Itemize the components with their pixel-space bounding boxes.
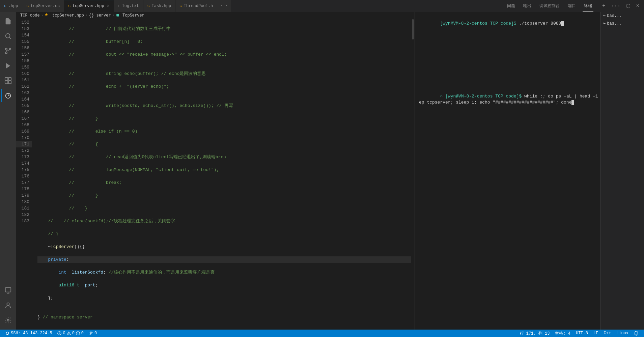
activity-bar — [0, 12, 16, 330]
tab-threadpool-h[interactable]: C ThreadPool.h — [175, 0, 217, 12]
status-language[interactable]: C++ — [601, 331, 614, 336]
extensions-icon[interactable] — [1, 74, 15, 87]
panel-tab-output[interactable]: 输出 — [522, 0, 533, 12]
breadcrumb: TCP_code › tcpServer.hpp › {} server › T… — [16, 12, 415, 19]
tab-tcpserver-cc[interactable]: C tcpServer.cc — [22, 0, 64, 12]
tab-tcpserver-hpp[interactable]: C tcpServer.hpp × — [64, 0, 113, 12]
status-line-col: 行 171, 列 13 — [520, 331, 550, 336]
svg-point-0 — [6, 34, 10, 38]
tab-hpp[interactable]: C .hpp — [0, 0, 22, 12]
line-numbers: 152 153 154 155 156 157 158 159 160 161 … — [16, 19, 35, 330]
editor-scrollbar[interactable] — [411, 19, 415, 330]
account-icon[interactable] — [1, 299, 15, 312]
status-line-ending[interactable]: LF — [591, 331, 601, 336]
tabs-area: C .hpp C tcpServer.cc C tcpServer.hpp × … — [0, 0, 502, 12]
bell-icon — [634, 331, 639, 336]
maximize-panel-btn[interactable]: ⬡ — [624, 2, 633, 10]
svg-rect-8 — [5, 81, 8, 84]
breadcrumb-root: TCP_code — [20, 13, 40, 18]
status-bar: SSH: 43.143.224.5 0 0 0 0 行 171, 列 13 空格… — [0, 330, 644, 337]
panel-tab-terminal[interactable]: 终端 — [583, 0, 593, 12]
tab-task-label: Task.hpp — [152, 4, 171, 8]
svg-line-1 — [9, 37, 11, 39]
terminal-tab-bash-2-label: bas... — [607, 21, 621, 26]
close-panel-btn[interactable]: × — [634, 2, 641, 10]
info-count: 0 — [81, 331, 84, 336]
warning-count: 0 — [72, 331, 75, 336]
status-ssh[interactable]: SSH: 43.143.224.5 — [3, 331, 55, 336]
tab-log-icon: T — [118, 4, 120, 8]
tab-hpp2-icon: C — [68, 4, 71, 8]
main-area: TCP_code › tcpServer.hpp › {} server › T… — [0, 12, 644, 330]
code-editor[interactable]: 152 153 154 155 156 157 158 159 160 161 … — [16, 19, 415, 330]
tab-tp-label: ThreadPool.h — [184, 4, 213, 8]
remote-status-icon — [5, 331, 9, 335]
breadcrumb-file: tcpServer.hpp — [45, 13, 84, 18]
run-debug-icon[interactable] — [1, 59, 15, 73]
source-control-icon[interactable] — [1, 44, 15, 58]
status-platform[interactable]: Linux — [614, 331, 631, 336]
error-icon — [57, 331, 61, 335]
svg-point-23 — [90, 332, 91, 333]
tab-hpp-icon: C — [4, 4, 6, 8]
add-terminal-btn[interactable]: + — [600, 2, 608, 10]
tab-log-txt[interactable]: T log.txt — [114, 0, 143, 12]
error-count: 0 — [63, 331, 65, 336]
more-actions-btn[interactable]: ··· — [609, 2, 623, 10]
svg-point-25 — [91, 332, 92, 333]
terminal-tab-bash-1-label: bas... — [607, 13, 621, 18]
remote-icon[interactable] — [1, 284, 15, 297]
editor-area: TCP_code › tcpServer.hpp › {} server › T… — [16, 12, 415, 330]
status-ssh-label: SSH: 43.143.224.5 — [11, 331, 52, 336]
svg-point-3 — [5, 52, 7, 54]
svg-rect-6 — [5, 78, 8, 80]
status-errors[interactable]: 0 0 0 — [55, 331, 86, 336]
code-content[interactable]: // // 目前迭代到的数组三成子行中 // buffer[n] = 0; //… — [35, 19, 411, 330]
settings-icon[interactable] — [1, 313, 15, 327]
status-notifications[interactable] — [631, 331, 641, 336]
tab-cc-label: tcpServer.cc — [31, 4, 60, 8]
panel-tab-problems[interactable]: 问题 — [506, 0, 516, 12]
tab-hpp2-close[interactable]: × — [107, 4, 109, 8]
tab-tp-icon: C — [179, 4, 182, 8]
panel-tab-ports[interactable]: 端口 — [566, 0, 577, 12]
search-icon[interactable] — [1, 29, 15, 43]
info-icon — [76, 331, 80, 335]
status-encoding-label: UTF-8 — [576, 331, 588, 336]
panel-actions: + ··· ⬡ × — [597, 0, 644, 12]
tab-cc-icon: C — [26, 4, 29, 8]
tab-task-icon: C — [147, 4, 150, 8]
terminal-tab-bash-2[interactable]: ↪ bas... — [600, 20, 644, 27]
panel-tab-bar: 问题 输出 调试控制台 端口 终端 — [502, 0, 597, 12]
terminal-tab-bash-1[interactable]: ↪ bas... — [600, 12, 644, 20]
tabs-more-btn[interactable]: ··· — [217, 0, 230, 12]
svg-point-15 — [7, 319, 9, 321]
breadcrumb-class: TcpServer — [116, 13, 144, 18]
title-bar: C .hpp C tcpServer.cc C tcpServer.hpp × … — [0, 0, 644, 12]
panel-area: [wyn@VM-8-2-centos TCP_code]$ ./tcpserve… — [415, 12, 644, 330]
svg-point-19 — [59, 334, 60, 334]
status-lf: LF — [593, 331, 598, 336]
tab-log-label: log.txt — [122, 4, 139, 8]
status-extra[interactable]: 0 — [86, 331, 100, 336]
svg-point-24 — [90, 334, 91, 335]
panel-tab-debug[interactable]: 调试控制台 — [538, 0, 561, 12]
tab-hpp2-label: tcpServer.hpp — [73, 4, 104, 8]
files-icon[interactable] — [1, 15, 15, 28]
status-encoding[interactable]: UTF-8 — [573, 331, 591, 336]
status-zero: 0 — [94, 331, 97, 336]
terminal-tabs-panel: ↪ bas... ↪ bas... — [600, 12, 644, 330]
status-indent[interactable]: 空格: 4 — [552, 331, 573, 336]
svg-rect-11 — [5, 288, 11, 292]
timer-icon[interactable] — [1, 89, 15, 102]
status-position[interactable]: 行 171, 列 13 — [517, 331, 553, 336]
svg-rect-9 — [8, 81, 11, 84]
status-linux: Linux — [616, 331, 628, 336]
svg-point-22 — [78, 333, 78, 333]
tab-task-hpp[interactable]: C Task.hpp — [143, 0, 175, 12]
status-right: 行 171, 列 13 空格: 4 UTF-8 LF C++ Linux — [517, 331, 641, 336]
svg-rect-16 — [116, 14, 119, 17]
branch-icon — [89, 331, 93, 335]
status-spaces: 空格: 4 — [555, 331, 570, 336]
status-lang: C++ — [604, 331, 611, 336]
